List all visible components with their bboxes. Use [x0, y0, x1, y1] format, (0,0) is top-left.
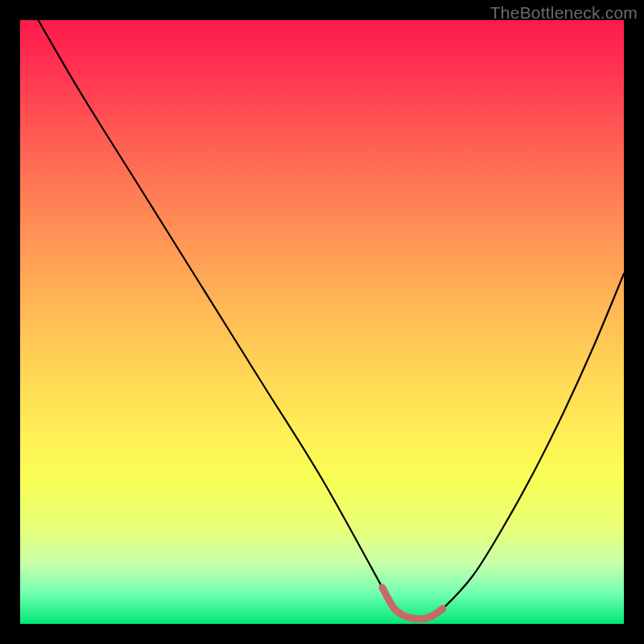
highlight-band-line [382, 588, 443, 619]
curve-svg [20, 20, 624, 624]
bottleneck-curve-line [39, 20, 625, 619]
plot-area [20, 20, 624, 624]
chart-container: TheBottleneck.com [0, 0, 644, 644]
